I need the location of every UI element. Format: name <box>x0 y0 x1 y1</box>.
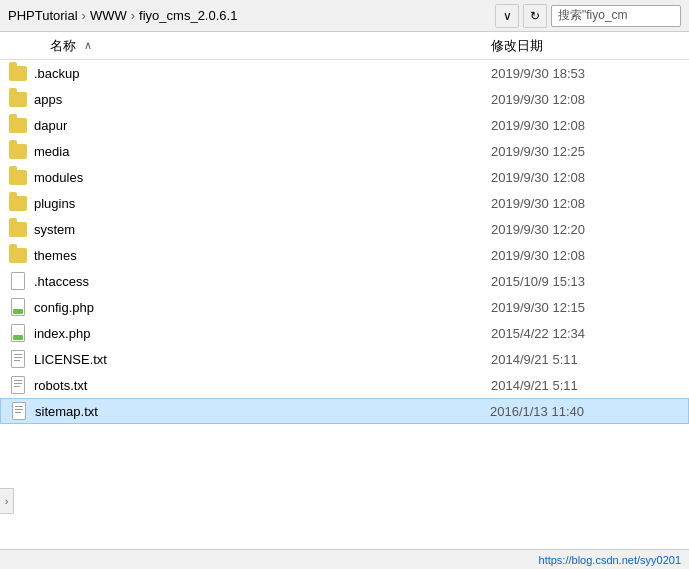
col-date-label[interactable]: 修改日期 <box>491 37 681 55</box>
file-row[interactable]: system2019/9/30 12:20 <box>0 216 689 242</box>
txt-icon <box>9 401 29 421</box>
file-name: apps <box>34 92 491 107</box>
file-name: themes <box>34 248 491 263</box>
breadcrumb-controls: ∨ ↻ 搜索"fiyo_cm <box>495 4 681 28</box>
file-name: sitemap.txt <box>35 404 490 419</box>
file-name: modules <box>34 170 491 185</box>
file-list: .backup2019/9/30 18:53apps2019/9/30 12:0… <box>0 60 689 549</box>
breadcrumb-phptutorial[interactable]: PHPTutorial <box>8 8 78 23</box>
col-name-label[interactable]: 名称 <box>50 37 76 55</box>
file-date: 2019/9/30 12:08 <box>491 248 681 263</box>
file-row[interactable]: dapur2019/9/30 12:08 <box>0 112 689 138</box>
search-box[interactable]: 搜索"fiyo_cm <box>551 5 681 27</box>
refresh-button[interactable]: ↻ <box>523 4 547 28</box>
breadcrumb-path: PHPTutorial › WWW › fiyo_cms_2.0.6.1 <box>8 8 491 23</box>
file-date: 2015/10/9 15:13 <box>491 274 681 289</box>
file-name: plugins <box>34 196 491 211</box>
folder-icon <box>8 63 28 83</box>
file-date: 2014/9/21 5:11 <box>491 378 681 393</box>
file-row[interactable]: sitemap.txt2016/1/13 11:40 <box>0 398 689 424</box>
file-name: config.php <box>34 300 491 315</box>
breadcrumb-sep-2: › <box>131 8 135 23</box>
file-name: system <box>34 222 491 237</box>
file-row[interactable]: themes2019/9/30 12:08 <box>0 242 689 268</box>
folder-icon <box>8 193 28 213</box>
file-name: index.php <box>34 326 491 341</box>
file-row[interactable]: modules2019/9/30 12:08 <box>0 164 689 190</box>
file-date: 2015/4/22 12:34 <box>491 326 681 341</box>
php-icon <box>8 297 28 317</box>
file-name: .htaccess <box>34 274 491 289</box>
file-name: .backup <box>34 66 491 81</box>
file-date: 2019/9/30 12:08 <box>491 92 681 107</box>
breadcrumb-current: fiyo_cms_2.0.6.1 <box>139 8 237 23</box>
generic-icon <box>8 271 28 291</box>
file-row[interactable]: media2019/9/30 12:25 <box>0 138 689 164</box>
file-date: 2019/9/30 12:08 <box>491 196 681 211</box>
file-row[interactable]: .htaccess2015/10/9 15:13 <box>0 268 689 294</box>
folder-icon <box>8 89 28 109</box>
file-row[interactable]: apps2019/9/30 12:08 <box>0 86 689 112</box>
folder-icon <box>8 115 28 135</box>
txt-icon <box>8 349 28 369</box>
file-row[interactable]: config.php2019/9/30 12:15 <box>0 294 689 320</box>
file-date: 2019/9/30 12:25 <box>491 144 681 159</box>
file-date: 2019/9/30 12:08 <box>491 170 681 185</box>
file-row[interactable]: .backup2019/9/30 18:53 <box>0 60 689 86</box>
folder-icon <box>8 141 28 161</box>
side-arrow-icon: › <box>5 495 9 507</box>
column-header: 名称 ∧ 修改日期 <box>0 32 689 60</box>
folder-icon <box>8 245 28 265</box>
file-row[interactable]: plugins2019/9/30 12:08 <box>0 190 689 216</box>
file-name: robots.txt <box>34 378 491 393</box>
breadcrumb-sep-1: › <box>82 8 86 23</box>
folder-icon <box>8 219 28 239</box>
php-icon <box>8 323 28 343</box>
side-indicator: › <box>0 488 14 514</box>
breadcrumb-bar: PHPTutorial › WWW › fiyo_cms_2.0.6.1 ∨ ↻… <box>0 0 689 32</box>
file-date: 2019/9/30 18:53 <box>491 66 681 81</box>
file-date: 2016/1/13 11:40 <box>490 404 680 419</box>
file-row[interactable]: index.php2015/4/22 12:34 <box>0 320 689 346</box>
dropdown-button[interactable]: ∨ <box>495 4 519 28</box>
file-name: media <box>34 144 491 159</box>
status-link[interactable]: https://blog.csdn.net/syy0201 <box>539 554 681 566</box>
folder-icon <box>8 167 28 187</box>
file-date: 2019/9/30 12:15 <box>491 300 681 315</box>
file-date: 2014/9/21 5:11 <box>491 352 681 367</box>
file-date: 2019/9/30 12:08 <box>491 118 681 133</box>
txt-icon <box>8 375 28 395</box>
breadcrumb-www[interactable]: WWW <box>90 8 127 23</box>
file-row[interactable]: robots.txt2014/9/21 5:11 <box>0 372 689 398</box>
file-name: dapur <box>34 118 491 133</box>
sort-arrow[interactable]: ∧ <box>84 39 92 52</box>
file-date: 2019/9/30 12:20 <box>491 222 681 237</box>
file-row[interactable]: LICENSE.txt2014/9/21 5:11 <box>0 346 689 372</box>
file-name: LICENSE.txt <box>34 352 491 367</box>
status-bar: https://blog.csdn.net/syy0201 <box>0 549 689 569</box>
search-text: 搜索"fiyo_cm <box>558 7 628 24</box>
